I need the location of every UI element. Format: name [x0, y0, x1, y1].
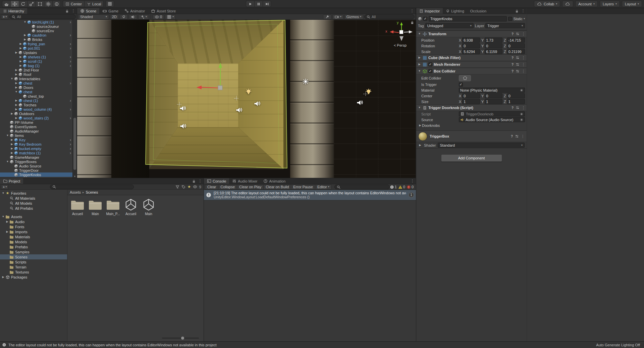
- help-icon[interactable]: ?: [512, 56, 514, 60]
- component-menu-icon[interactable]: ⋮: [521, 134, 525, 139]
- sun-gizmo-icon[interactable]: [303, 79, 309, 85]
- doorknobs-foldout-row[interactable]: ▶ Doorknobs: [416, 122, 527, 128]
- hierarchy-item[interactable]: ▶cauldron›: [0, 33, 72, 37]
- lock-icon[interactable]: [515, 9, 519, 13]
- foldout-open-icon[interactable]: ▼: [418, 70, 421, 72]
- grid-visibility-dropdown[interactable]: ▾: [165, 14, 176, 19]
- prefab-open-arrow[interactable]: ›: [70, 138, 72, 142]
- static-checkbox[interactable]: [508, 17, 512, 21]
- project-folder-models[interactable]: Models: [0, 239, 67, 244]
- center-x-field[interactable]: 0: [462, 93, 480, 98]
- speaker-gizmo-icon[interactable]: [254, 100, 261, 107]
- hierarchy-item[interactable]: ▶Doors: [0, 85, 72, 90]
- prefab-open-arrow[interactable]: ›: [70, 147, 72, 151]
- favorite-search-item[interactable]: All Prefabs: [0, 206, 67, 211]
- prefab-open-arrow[interactable]: ›: [70, 151, 72, 155]
- hierarchy-item[interactable]: ▶frying_pan›: [0, 42, 72, 46]
- asset-scene[interactable]: Main: [141, 198, 157, 216]
- help-icon[interactable]: ?: [512, 32, 514, 36]
- hierarchy-item[interactable]: Audio Source: [0, 164, 72, 168]
- prefab-open-arrow[interactable]: ›: [70, 55, 72, 59]
- hierarchy-item[interactable]: ▼Items: [0, 133, 72, 138]
- foldout-toggle[interactable]: ▶: [5, 231, 9, 233]
- projection-mode-label[interactable]: < Persp: [387, 43, 414, 47]
- editor-log-dropdown[interactable]: Editor▾: [315, 185, 332, 190]
- foldout-toggle[interactable]: ▶: [14, 104, 18, 106]
- project-search-input[interactable]: [50, 185, 134, 189]
- clear-on-play-button[interactable]: Clear on Play: [237, 185, 264, 190]
- foldout-closed-icon[interactable]: ▶: [418, 144, 422, 147]
- foldout-toggle[interactable]: ▶: [14, 82, 18, 85]
- hierarchy-item[interactable]: ▶scroll (1)›: [0, 59, 72, 63]
- hierarchy-item[interactable]: ▶Bricks: [0, 37, 72, 42]
- hierarchy-search-input[interactable]: All: [9, 14, 76, 19]
- scale-x-field[interactable]: 5.6294: [462, 49, 480, 54]
- foldout-toggle[interactable]: ▶: [10, 143, 14, 146]
- hierarchy-item[interactable]: EventSystem: [0, 125, 72, 129]
- physic-material-field[interactable]: None (Physic Material): [459, 88, 525, 93]
- project-folder-terrain[interactable]: Terrain: [0, 264, 67, 269]
- size-z-field[interactable]: 1: [507, 99, 525, 104]
- audio-source-field[interactable]: Audio Source (Audio Source): [459, 117, 525, 122]
- speaker-gizmo-icon[interactable]: [357, 99, 363, 106]
- rect-tool[interactable]: [36, 1, 44, 7]
- lock-icon[interactable]: [65, 9, 69, 13]
- scene-audio-button[interactable]: [129, 14, 137, 19]
- breadcrumb-leaf[interactable]: Scenes: [86, 190, 98, 194]
- scene-lighting-button[interactable]: [120, 14, 128, 19]
- tab-game[interactable]: Game: [99, 8, 121, 14]
- foldout-open-icon[interactable]: ▼: [418, 33, 421, 35]
- hierarchy-item[interactable]: ▶bag (1)›: [0, 63, 72, 68]
- prefab-open-arrow[interactable]: ›: [70, 99, 72, 103]
- foldout-toggle[interactable]: ▶: [10, 112, 14, 115]
- foldout-toggle[interactable]: ▶: [10, 147, 14, 150]
- hierarchy-item[interactable]: ▶matchbox (1)›: [0, 151, 72, 155]
- breadcrumb-root[interactable]: Assets: [70, 190, 81, 194]
- component-menu-icon[interactable]: ⋮: [522, 56, 525, 60]
- component-menu-icon[interactable]: ⋮: [522, 62, 525, 67]
- foldout-toggle[interactable]: ▼: [10, 78, 14, 80]
- scale-tool[interactable]: [27, 1, 36, 7]
- search-by-label-icon[interactable]: [181, 185, 185, 189]
- play-button[interactable]: [246, 1, 254, 7]
- box-collider-component-header[interactable]: ▼ ✓ Box Collider ?⋮: [416, 68, 527, 74]
- position-z-field[interactable]: -14.715: [507, 38, 525, 43]
- favorites-root[interactable]: ▼★Favorites: [0, 191, 67, 196]
- foldout-closed-icon[interactable]: ▶: [418, 63, 421, 66]
- cloud-button[interactable]: [562, 1, 573, 7]
- component-enabled-checkbox[interactable]: ✓: [428, 62, 432, 66]
- add-component-button[interactable]: Add Component: [441, 154, 502, 162]
- packages-root[interactable]: ▶Packages: [0, 275, 67, 280]
- status-message[interactable]: The editor layout could not be fully loa…: [8, 343, 217, 347]
- material-header[interactable]: TriggerBox ?⋮: [416, 131, 527, 142]
- project-folder-scenes[interactable]: Scenes: [0, 254, 67, 259]
- hierarchy-item[interactable]: PP-Volume: [0, 120, 72, 125]
- hierarchy-item[interactable]: ▶Key Bedroom›: [0, 142, 72, 146]
- move-tool[interactable]: [10, 1, 19, 7]
- mesh-renderer-component-header[interactable]: ▶ ✓ Mesh Renderer ?⋮: [416, 61, 527, 68]
- scene-viewport[interactable]: y x < Persp: [77, 20, 416, 178]
- slider-knob[interactable]: [181, 337, 184, 340]
- project-folder-audio[interactable]: ▶Audio: [0, 219, 67, 224]
- foldout-toggle[interactable]: ▼: [23, 21, 27, 23]
- asset-scene[interactable]: Accueil: [123, 198, 139, 216]
- project-folder-samples[interactable]: Samples: [0, 249, 67, 254]
- project-folder-prefabs[interactable]: Prefabs: [0, 244, 67, 249]
- foldout-closed-icon[interactable]: ▶: [418, 124, 422, 127]
- warning-count-badge[interactable]: !0: [398, 185, 405, 189]
- saved-search-star-icon[interactable]: ★: [187, 185, 191, 189]
- hierarchy-item[interactable]: ▶bucket-empty›: [0, 146, 72, 151]
- tab-console[interactable]: Console: [204, 178, 229, 184]
- 2d-toggle-button[interactable]: 2D: [110, 14, 119, 19]
- hierarchy-item[interactable]: ▶pot.001›: [0, 46, 72, 50]
- asset-folder[interactable]: Main_P...: [105, 198, 121, 216]
- prefab-open-arrow[interactable]: ›: [70, 81, 72, 85]
- preset-icon[interactable]: [515, 134, 519, 138]
- scene-tools-button[interactable]: [323, 14, 331, 19]
- tab-asset-store[interactable]: Asset Store: [148, 8, 179, 14]
- object-picker-icon[interactable]: [520, 88, 524, 92]
- tab-scene[interactable]: Scene: [77, 8, 99, 14]
- search-by-type-icon[interactable]: [175, 185, 179, 189]
- orientation-gizmo[interactable]: y x < Persp: [387, 21, 414, 47]
- x-axis-label[interactable]: x: [385, 29, 387, 33]
